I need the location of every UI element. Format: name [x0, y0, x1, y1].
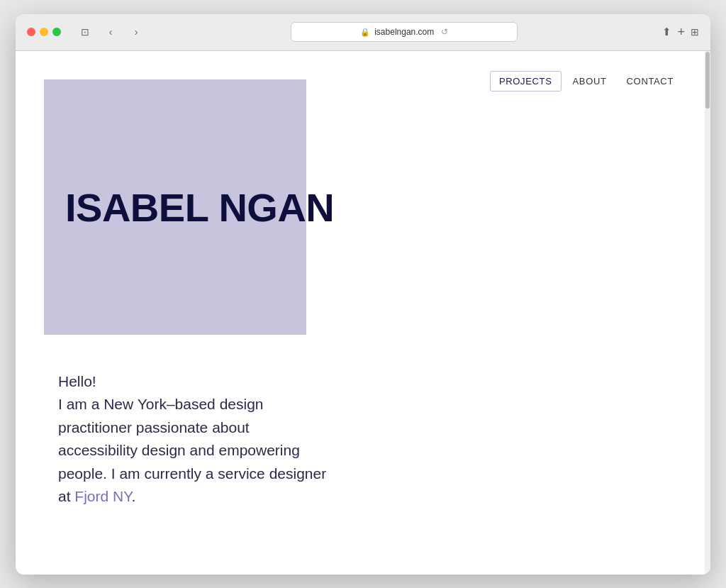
address-bar-container: 🔒 isabelngan.com ↺	[155, 22, 654, 42]
hero-name-overlay: ISABEL NGAN	[65, 184, 334, 230]
browser-chrome: ⊡ ‹ › 🔒 isabelngan.com ↺ ⬆ + ⊞	[16, 14, 710, 51]
hero-name: ISABEL NGAN	[65, 184, 334, 230]
hero-section: ISABEL NGAN	[16, 79, 705, 335]
sidebar-toggle-button[interactable]: ⊡	[75, 22, 95, 42]
traffic-lights	[27, 28, 61, 36]
back-button[interactable]: ‹	[101, 22, 121, 42]
forward-button[interactable]: ›	[126, 22, 146, 42]
period: .	[132, 488, 136, 504]
greeting: Hello!	[58, 373, 96, 389]
scrollbar-thumb[interactable]	[705, 52, 710, 109]
browser-controls: ⊡ ‹ ›	[75, 22, 146, 42]
share-icon[interactable]: ⬆	[662, 26, 671, 38]
browser-actions: ⬆ + ⊞	[662, 25, 699, 40]
scrollbar[interactable]	[705, 51, 710, 575]
site-content: PROJECTS ABOUT CONTACT ISABEL NGAN Hello…	[16, 51, 710, 575]
close-button[interactable]	[27, 28, 35, 36]
intro-section: Hello! I am a New York–based design prac…	[16, 335, 370, 551]
new-tab-icon[interactable]: +	[677, 25, 685, 40]
extensions-icon[interactable]: ⊞	[691, 26, 699, 38]
browser-content: PROJECTS ABOUT CONTACT ISABEL NGAN Hello…	[16, 51, 710, 575]
intro-text: Hello! I am a New York–based design prac…	[58, 370, 328, 509]
browser-window: ⊡ ‹ › 🔒 isabelngan.com ↺ ⬆ + ⊞ PROJECTS …	[16, 14, 710, 575]
fjord-link[interactable]: Fjord NY	[74, 488, 131, 504]
address-bar[interactable]: 🔒 isabelngan.com ↺	[291, 22, 518, 42]
minimize-button[interactable]	[40, 28, 48, 36]
reload-icon: ↺	[441, 27, 448, 37]
lock-icon: 🔒	[360, 28, 370, 37]
url-display: isabelngan.com	[374, 27, 434, 37]
maximize-button[interactable]	[52, 28, 61, 36]
